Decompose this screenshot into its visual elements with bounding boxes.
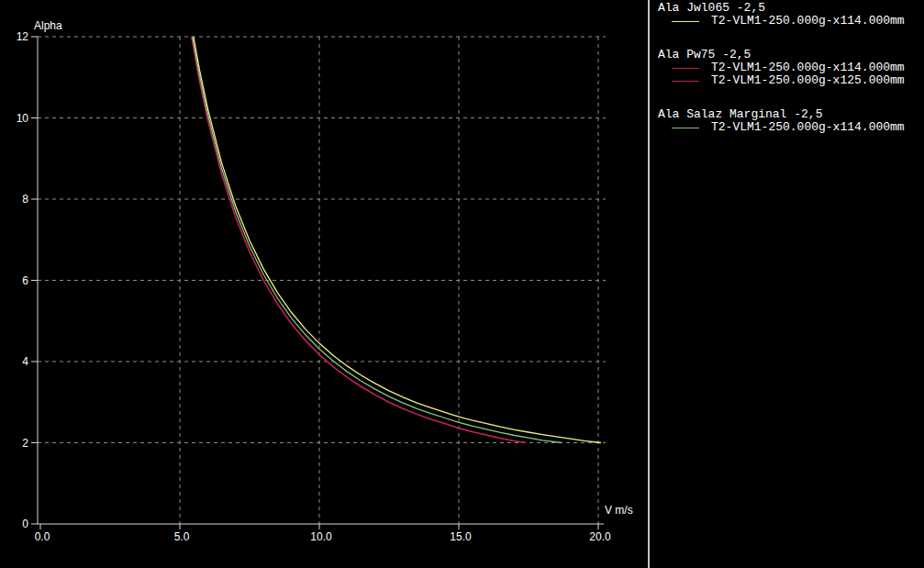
panel-divider[interactable] bbox=[648, 0, 650, 568]
curve-3[interactable] bbox=[194, 37, 601, 443]
curve-0[interactable] bbox=[192, 37, 526, 443]
legend-entry-label: T2-VLM1-250.000g-x125.000mm bbox=[711, 74, 905, 87]
curve-2[interactable] bbox=[193, 37, 562, 443]
x-tick-label: 15.0 bbox=[450, 530, 472, 543]
legend-entry[interactable]: T2-VLM1-250.000g-x125.000mm bbox=[658, 74, 924, 87]
x-axis-title: V m/s bbox=[605, 504, 633, 517]
x-tick-label: 0.0 bbox=[35, 530, 50, 543]
curve-1[interactable] bbox=[192, 37, 526, 443]
polar-plot: 0246810120.05.010.015.020.0AlphaV m/s bbox=[0, 0, 649, 568]
xflr5-polar-view: 0246810120.05.010.015.020.0AlphaV m/s Al… bbox=[0, 0, 924, 568]
x-tick-label: 10.0 bbox=[310, 530, 332, 543]
y-tick-label: 12 bbox=[17, 30, 29, 43]
curve-swatch-line bbox=[672, 68, 699, 69]
y-tick-label: 0 bbox=[22, 518, 28, 530]
legend-group-title: Ala Salaz Marginal -2,5 bbox=[658, 108, 924, 121]
y-tick-label: 2 bbox=[22, 437, 28, 450]
legend-entry[interactable]: T2-VLM1-250.000g-x114.000mm bbox=[658, 15, 924, 28]
curve-swatch-line bbox=[672, 128, 699, 128]
y-tick-label: 8 bbox=[22, 193, 28, 206]
y-tick-label: 6 bbox=[22, 274, 28, 287]
y-tick-label: 4 bbox=[22, 355, 28, 368]
curve-swatch-line bbox=[672, 21, 699, 22]
plot-region: 0246810120.05.010.015.020.0AlphaV m/s bbox=[0, 0, 649, 568]
legend-group: Ala Jwl065 -2,5 T2-VLM1-250.000g-x114.00… bbox=[658, 2, 924, 28]
legend-entry[interactable]: T2-VLM1-250.000g-x114.000mm bbox=[658, 61, 924, 74]
curve-swatch-line bbox=[672, 81, 699, 82]
y-axis-title: Alpha bbox=[34, 19, 62, 32]
legend-group: Ala Pw75 -2,5 T2-VLM1-250.000g-x114.000m… bbox=[658, 49, 924, 87]
legend-group-title: Ala Pw75 -2,5 bbox=[658, 49, 924, 61]
legend-group-title: Ala Jwl065 -2,5 bbox=[658, 2, 924, 15]
x-tick-label: 20.0 bbox=[589, 530, 611, 543]
legend-entry-label: T2-VLM1-250.000g-x114.000mm bbox=[711, 15, 905, 28]
legend-entry-label: T2-VLM1-250.000g-x114.000mm bbox=[711, 121, 905, 134]
legend-group: Ala Salaz Marginal -2,5 T2-VLM1-250.000g… bbox=[658, 108, 924, 134]
legend-entry-label: T2-VLM1-250.000g-x114.000mm bbox=[711, 61, 905, 74]
legend-panel: Ala Jwl065 -2,5 T2-VLM1-250.000g-x114.00… bbox=[651, 0, 924, 568]
x-tick-label: 5.0 bbox=[174, 530, 190, 543]
y-tick-label: 10 bbox=[17, 112, 29, 125]
legend-entry[interactable]: T2-VLM1-250.000g-x114.000mm bbox=[658, 121, 924, 134]
axis-lines bbox=[38, 37, 604, 524]
